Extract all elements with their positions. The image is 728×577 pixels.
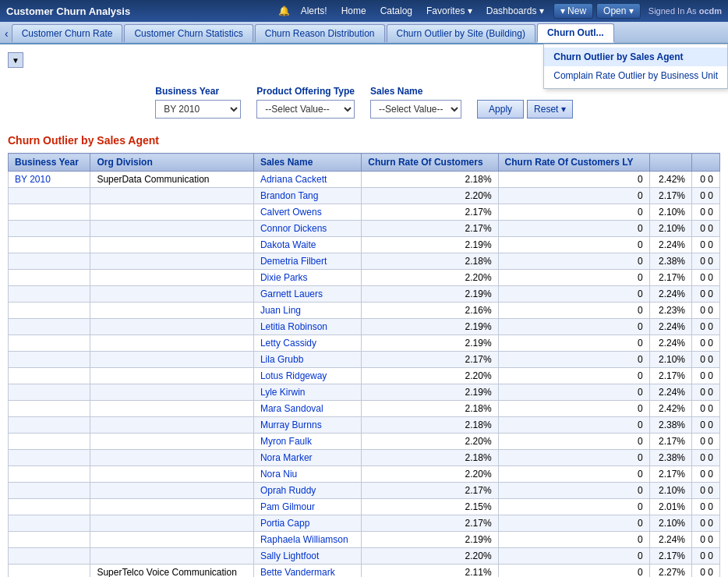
- collapse-button[interactable]: ▼: [8, 52, 23, 68]
- cell-ly-ind: 0 0: [692, 335, 720, 352]
- cell-rate-ly: 2.24%: [649, 286, 691, 303]
- cell-rate: 2.19%: [362, 335, 498, 352]
- cell-sales: Brandon Tang: [253, 188, 361, 204]
- cell-rate-ly: 2.01%: [649, 499, 691, 515]
- tab-churn-outlier-sales[interactable]: Churn Outl...: [537, 23, 614, 43]
- cell-sales: Letty Cassidy: [253, 335, 361, 352]
- cell-by: [9, 237, 90, 253]
- alert-label[interactable]: Alerts!: [295, 4, 334, 18]
- table-row: Demetria Filbert2.18%02.38%0 0: [9, 253, 720, 270]
- table-row: Lyle Kirwin2.19%02.24%0 0: [9, 384, 720, 401]
- table-row: Dakota Waite2.19%02.24%0 0: [9, 237, 720, 253]
- cell-rate-ly: 2.24%: [649, 237, 691, 253]
- product-offering-label: Product Offering Type: [256, 86, 355, 97]
- cell-by: [9, 548, 90, 565]
- cell-org: [90, 237, 254, 253]
- alert-icon: 🔔: [278, 5, 290, 16]
- cell-by: [9, 352, 90, 368]
- cell-org: [90, 253, 254, 270]
- cell-rate-ly: 2.27%: [649, 565, 691, 578]
- tab-churn-reason[interactable]: Churn Reason Distribution: [255, 24, 385, 42]
- product-offering-select[interactable]: --Select Value--: [256, 100, 355, 119]
- business-year-label: Business Year: [155, 86, 241, 97]
- cell-org: [90, 319, 254, 335]
- reset-button[interactable]: Reset ▾: [527, 100, 573, 119]
- tab-churn-stats[interactable]: Customer Churn Statistics: [124, 24, 253, 42]
- tab-churn-rate[interactable]: Customer Churn Rate: [12, 24, 123, 42]
- cell-org: [90, 483, 254, 499]
- cell-by: [9, 450, 90, 466]
- cell-org: [90, 417, 254, 434]
- cell-rate-ind: 0: [498, 319, 649, 335]
- cell-by: [9, 515, 90, 532]
- cell-rate-ind: 0: [498, 532, 649, 548]
- nav-dashboards[interactable]: Dashboards ▾: [480, 4, 550, 18]
- cell-sales: Mara Sandoval: [253, 401, 361, 417]
- cell-org: [90, 450, 254, 466]
- table-row: Murray Burnns2.18%02.38%0 0: [9, 417, 720, 434]
- cell-rate-ind: 0: [498, 565, 649, 578]
- cell-rate-ly: 2.10%: [649, 221, 691, 237]
- cell-rate-ind: 0: [498, 270, 649, 286]
- business-year-select[interactable]: BY 2010 BY 2009 BY 2011: [155, 100, 241, 119]
- cell-org: SuperData Communication: [90, 172, 254, 188]
- nav-home[interactable]: Home: [335, 4, 373, 18]
- nav-catalog[interactable]: Catalog: [374, 4, 419, 18]
- sales-name-select[interactable]: --Select Value--: [370, 100, 461, 119]
- cell-ly-ind: 0 0: [692, 221, 720, 237]
- cell-org: [90, 499, 254, 515]
- nav-favorites[interactable]: Favorites ▾: [420, 4, 479, 18]
- cell-by: [9, 188, 90, 204]
- cell-org: [90, 286, 254, 303]
- cell-rate-ind: 0: [498, 221, 649, 237]
- cell-rate: 2.17%: [362, 221, 498, 237]
- filter-buttons: Apply Reset ▾: [477, 100, 573, 119]
- dropdown-item-sales-agent[interactable]: Churn Outlier by Sales Agent: [544, 48, 727, 66]
- tab-prev-arrow[interactable]: ‹: [2, 27, 12, 40]
- cell-ly-ind: 0 0: [692, 565, 720, 578]
- cell-by: [9, 466, 90, 483]
- cell-rate-ly: 2.10%: [649, 204, 691, 221]
- cell-sales: Dakota Waite: [253, 237, 361, 253]
- cell-sales: Letitia Robinson: [253, 319, 361, 335]
- cell-ly-ind: 0 0: [692, 499, 720, 515]
- cell-ly-ind: 0 0: [692, 466, 720, 483]
- table-row: Nora Marker2.18%02.38%0 0: [9, 450, 720, 466]
- cell-sales: Dixie Parks: [253, 270, 361, 286]
- cell-rate-ly: 2.17%: [649, 548, 691, 565]
- content-area: ▼ Business Year BY 2010 BY 2009 BY 2011 …: [0, 44, 728, 577]
- app-title: Customer Churn Analysis: [6, 5, 130, 17]
- new-button[interactable]: ▾ New: [553, 3, 593, 19]
- cell-sales: Myron Faulk: [253, 434, 361, 450]
- cell-ly-ind: 0 0: [692, 532, 720, 548]
- cell-rate-ind: 0: [498, 172, 649, 188]
- cell-rate: 2.15%: [362, 499, 498, 515]
- tab-churn-outlier-site[interactable]: Churn Outlier by Site (Building): [387, 24, 535, 42]
- cell-rate-ly: 2.23%: [649, 303, 691, 319]
- cell-rate: 2.16%: [362, 303, 498, 319]
- open-button[interactable]: Open ▾: [596, 3, 641, 19]
- tab-bar: ‹ Customer Churn Rate Customer Churn Sta…: [0, 22, 728, 44]
- cell-rate-ind: 0: [498, 466, 649, 483]
- cell-ly-ind: 0 0: [692, 270, 720, 286]
- cell-by: [9, 303, 90, 319]
- cell-ly-ind: 0 0: [692, 401, 720, 417]
- apply-button[interactable]: Apply: [477, 100, 524, 119]
- cell-org: [90, 532, 254, 548]
- cell-ly-ind: 0 0: [692, 253, 720, 270]
- cell-rate-ind: 0: [498, 384, 649, 401]
- col-header-sales: Sales Name: [253, 154, 361, 172]
- cell-rate-ly: 2.10%: [649, 352, 691, 368]
- dropdown-item-complain-rate[interactable]: Complain Rate Outlier by Business Unit: [544, 66, 727, 85]
- cell-org: [90, 384, 254, 401]
- cell-org: [90, 335, 254, 352]
- cell-rate: 2.19%: [362, 286, 498, 303]
- cell-by: [9, 401, 90, 417]
- cell-rate-ind: 0: [498, 204, 649, 221]
- table-row: Lila Grubb2.17%02.10%0 0: [9, 352, 720, 368]
- cell-org: [90, 352, 254, 368]
- cell-rate-ly: 2.17%: [649, 434, 691, 450]
- cell-ly-ind: 0 0: [692, 483, 720, 499]
- cell-rate: 2.18%: [362, 253, 498, 270]
- cell-rate-ind: 0: [498, 303, 649, 319]
